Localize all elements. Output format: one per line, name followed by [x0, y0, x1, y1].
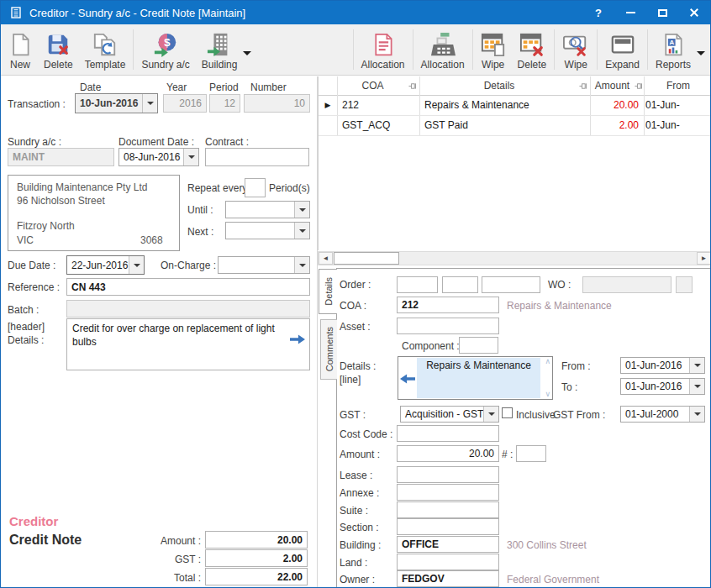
- expand-button[interactable]: Expand: [599, 24, 645, 75]
- scroll-left-button[interactable]: ◄: [319, 252, 333, 265]
- due-date-combo[interactable]: 22-Jun-2016: [66, 255, 145, 275]
- hash-field[interactable]: [516, 445, 546, 462]
- delete-allocation-button[interactable]: Delete: [512, 24, 553, 75]
- grid-horizontal-scrollbar[interactable]: ◄ ►: [318, 251, 711, 265]
- reports-button[interactable]: A Reports: [650, 24, 697, 75]
- chevron-down-icon[interactable]: [689, 379, 704, 394]
- lease-field[interactable]: [397, 466, 499, 483]
- wipe-note-icon: [562, 32, 589, 57]
- cost-code-label: Cost Code :: [340, 428, 392, 440]
- chevron-down-icon[interactable]: [142, 94, 157, 113]
- wipe-allocation-button[interactable]: Wipe: [475, 24, 512, 75]
- line-details-text[interactable]: Repairs & Maintenance: [417, 358, 540, 398]
- coa-field[interactable]: 212: [397, 297, 499, 313]
- template-button[interactable]: Template: [79, 24, 132, 75]
- address-postcode: 3068: [140, 234, 163, 246]
- transaction-date-combo[interactable]: 10-Jun-2016: [75, 93, 158, 113]
- component-field[interactable]: [459, 337, 498, 354]
- grid-row[interactable]: ▶ 212 Repairs & Maintenance 20.00 01-Jun…: [319, 95, 711, 116]
- cell-coa[interactable]: GST_ACQ: [337, 115, 419, 135]
- chevron-down-icon[interactable]: [129, 256, 144, 274]
- order-field-2[interactable]: [442, 276, 478, 293]
- reference-field[interactable]: CN 443: [66, 278, 310, 296]
- land-field[interactable]: [397, 554, 499, 570]
- pin-icon[interactable]: [408, 82, 416, 90]
- scroll-down-icon[interactable]: ∨: [545, 391, 550, 398]
- section-field[interactable]: [397, 518, 499, 535]
- order-field-1[interactable]: [397, 276, 438, 293]
- grid-header-coa[interactable]: COA: [337, 76, 419, 95]
- grid-header-from[interactable]: From: [644, 76, 711, 95]
- wipe-payment-button[interactable]: Wipe: [556, 24, 595, 75]
- grid-row[interactable]: GST_ACQ GST Paid 2.00 01-Jun-: [319, 115, 711, 136]
- close-button[interactable]: [678, 1, 710, 24]
- allocation-label: Allocation: [361, 59, 405, 71]
- chevron-down-icon[interactable]: [483, 407, 498, 422]
- next-combo[interactable]: [225, 222, 310, 239]
- toolbar-separator: [554, 29, 555, 70]
- cell-details[interactable]: GST Paid: [419, 115, 590, 135]
- pin-icon[interactable]: [579, 82, 587, 90]
- chevron-down-icon[interactable]: [294, 223, 309, 239]
- asset-field[interactable]: [397, 318, 499, 334]
- chevron-down-icon[interactable]: [689, 358, 704, 373]
- help-button[interactable]: ?: [582, 1, 614, 24]
- document-date-combo[interactable]: 08-Jun-2016: [118, 148, 199, 166]
- owner-field[interactable]: FEDGOV: [397, 570, 499, 587]
- chevron-down-icon[interactable]: [294, 202, 309, 218]
- tab-details[interactable]: Details: [319, 269, 337, 314]
- annexe-field[interactable]: [397, 484, 499, 501]
- building-field[interactable]: OFFICE: [397, 536, 499, 553]
- row-selector: [319, 115, 337, 135]
- line-details-label-2: [line]: [340, 374, 361, 386]
- inclusive-checkbox[interactable]: [502, 407, 513, 418]
- from-combo[interactable]: 01-Jun-2016: [620, 357, 705, 374]
- chevron-down-icon[interactable]: [689, 407, 704, 422]
- suite-field[interactable]: [397, 501, 499, 518]
- summary-amount-label: Amount :: [127, 535, 201, 547]
- gst-type-combo[interactable]: Acquisition - GST: [400, 406, 499, 423]
- maximize-button[interactable]: [646, 1, 678, 24]
- to-combo[interactable]: 01-Jun-2016: [620, 378, 705, 395]
- order-field-3[interactable]: [482, 276, 540, 293]
- sundry-ac-button[interactable]: $ Sundry a/c: [135, 24, 195, 75]
- contract-field[interactable]: [205, 148, 309, 166]
- grid-header-amount[interactable]: Amount: [590, 76, 644, 95]
- minimize-button[interactable]: [614, 1, 646, 24]
- allocation-document-button[interactable]: Allocation: [356, 24, 411, 75]
- cell-details[interactable]: Repairs & Maintenance: [419, 95, 590, 115]
- template-icon: [92, 32, 118, 57]
- copy-details-arrow-icon[interactable]: [400, 374, 415, 386]
- expand-details-arrow-icon[interactable]: [290, 334, 305, 347]
- cell-amount[interactable]: 20.00: [590, 95, 644, 115]
- cost-code-field[interactable]: [397, 425, 499, 442]
- gst-from-combo[interactable]: 01-Jul-2000: [620, 406, 705, 423]
- allocation-label: Allocation: [421, 59, 465, 71]
- land-label: Land :: [340, 557, 367, 569]
- repeat-every-field[interactable]: [245, 178, 266, 197]
- scrollbar-thumb[interactable]: [334, 252, 399, 265]
- scroll-up-icon[interactable]: ∧: [545, 358, 550, 365]
- line-details-box[interactable]: Repairs & Maintenance ∧ ∨: [398, 356, 553, 400]
- chevron-down-icon[interactable]: [183, 149, 198, 165]
- pin-icon[interactable]: [635, 82, 642, 90]
- building-dropdown-arrow[interactable]: [243, 51, 251, 60]
- cell-coa[interactable]: 212: [337, 95, 419, 115]
- reports-dropdown-arrow[interactable]: [697, 51, 705, 60]
- line-amount-field[interactable]: 20.00: [397, 445, 499, 462]
- until-combo[interactable]: [225, 201, 310, 218]
- scroll-right-button[interactable]: ►: [697, 252, 711, 265]
- cell-amount[interactable]: 2.00: [590, 115, 644, 135]
- cell-from[interactable]: 01-Jun-: [644, 95, 711, 115]
- header-details-textarea[interactable]: Credit for over charge on replacement of…: [66, 318, 310, 370]
- allocation-register-button[interactable]: Allocation: [415, 24, 471, 75]
- new-button[interactable]: New: [3, 24, 38, 75]
- grid-header-details[interactable]: Details: [419, 76, 590, 95]
- chevron-down-icon[interactable]: [294, 257, 309, 273]
- toolbar-separator: [597, 29, 598, 70]
- on-charge-combo[interactable]: [218, 256, 310, 274]
- building-button[interactable]: Building: [196, 24, 244, 75]
- delete-button[interactable]: Delete: [38, 24, 79, 75]
- tab-comments[interactable]: Comments: [320, 319, 337, 380]
- cell-from[interactable]: 01-Jun-: [644, 115, 711, 135]
